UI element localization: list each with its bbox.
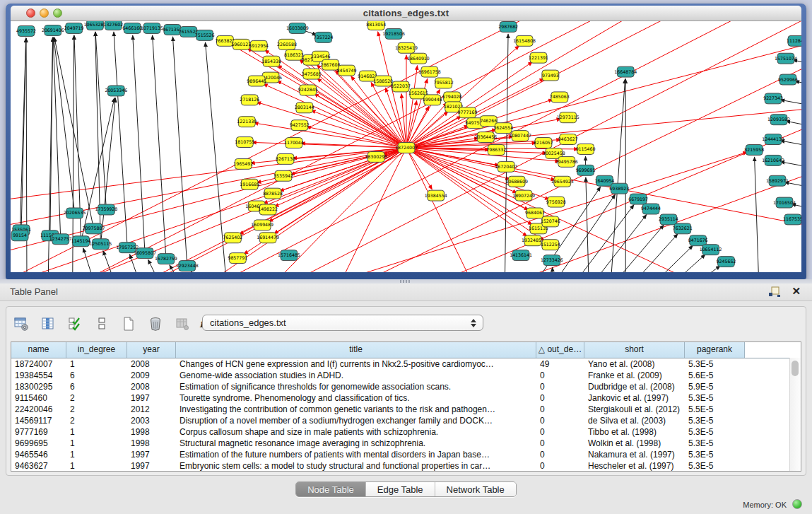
table-cell[interactable]: 1997 <box>127 392 176 404</box>
network-node[interactable]: 9242845 <box>298 85 318 95</box>
table-cell[interactable]: 9463627 <box>11 460 66 472</box>
network-node[interactable]: 1916685 <box>240 179 259 189</box>
network-node[interactable]: 12342757 <box>49 234 72 245</box>
network-node[interactable]: 9699695 <box>576 165 596 175</box>
network-node[interactable]: 3535942 <box>273 170 293 181</box>
network-edge[interactable] <box>53 37 61 239</box>
network-node[interactable]: 12093582 <box>767 115 790 125</box>
table-cell[interactable]: 5.3E-5 <box>685 449 745 460</box>
network-node[interactable]: 16914479 <box>257 233 279 243</box>
network-node[interactable]: 10719135 <box>141 23 163 33</box>
delete-column-button[interactable] <box>146 315 165 333</box>
network-node[interactable]: 17016504 <box>773 197 796 208</box>
network-node[interactable]: 1145194 <box>71 236 91 247</box>
network-node[interactable]: 8186323 <box>284 49 304 60</box>
column-header-title[interactable]: title <box>176 342 536 358</box>
network-node[interactable]: 6679197 <box>628 194 648 204</box>
network-node[interactable]: 18640910 <box>407 53 430 64</box>
table-cell[interactable]: 9465546 <box>11 449 66 460</box>
network-node[interactable]: 973493 <box>542 70 559 81</box>
table-cell[interactable]: 9115460 <box>11 392 66 404</box>
table-cell[interactable]: Dudbridge et al. (2008) <box>584 381 685 392</box>
network-edge[interactable] <box>95 32 106 210</box>
table-cell[interactable]: Structural magnetic resonance image aver… <box>176 438 536 449</box>
network-node[interactable]: 9427552 <box>290 120 310 131</box>
network-node[interactable]: 7515526 <box>195 30 215 40</box>
table-cell[interactable]: Investigating the contribution of common… <box>176 404 536 415</box>
network-node[interactable]: 16154808 <box>513 35 536 46</box>
network-node[interactable]: 20364456 <box>474 132 497 143</box>
network-node[interactable]: 6938923 <box>609 183 629 194</box>
table-cell[interactable]: 5.9E-5 <box>685 381 745 392</box>
table-cell[interactable]: 5.3E-5 <box>685 392 745 404</box>
column-header-year[interactable]: year <box>127 342 176 358</box>
table-row[interactable]: 977716911998Corpus callosum shape and si… <box>11 426 801 438</box>
network-node[interactable]: 99154 <box>11 230 28 241</box>
table-row[interactable]: 946554611997Estimation of the future num… <box>11 449 801 460</box>
network-node[interactable]: 8813054 <box>366 21 386 30</box>
network-node[interactable]: 8216057 <box>534 138 553 148</box>
table-row[interactable]: 1872400712008Changes of HCN gene express… <box>11 358 801 370</box>
table-cell[interactable]: 5.3E-5 <box>685 415 745 426</box>
network-edge[interactable] <box>133 35 145 253</box>
network-node[interactable]: 15716485 <box>278 250 300 261</box>
import-table-button[interactable] <box>173 315 192 333</box>
tab-network-table[interactable]: Network Table <box>435 482 516 496</box>
network-node[interactable]: 1112845 <box>787 35 801 46</box>
table-cell[interactable]: 22420046 <box>11 404 66 415</box>
table-cell[interactable]: Genome-wide association studies in ADHD. <box>176 370 536 381</box>
table-cell[interactable]: 0 <box>536 449 584 460</box>
table-cell[interactable]: 1 <box>66 438 127 449</box>
table-cell[interactable]: 5.3E-5 <box>685 438 745 449</box>
network-node[interactable]: 2987682 <box>498 21 518 32</box>
table-cell[interactable]: 5.3E-5 <box>685 358 745 370</box>
network-edge[interactable] <box>153 35 166 259</box>
table-cell[interactable]: Disruption of a novel member of a sodium… <box>176 415 536 426</box>
network-edge[interactable] <box>645 245 693 272</box>
network-edge[interactable] <box>780 162 801 173</box>
table-cell[interactable]: 5.3E-5 <box>685 460 745 472</box>
create-column-button[interactable] <box>119 315 138 333</box>
network-node[interactable]: 1498222 <box>258 204 278 215</box>
column-header-name[interactable]: name <box>11 342 66 358</box>
table-cell[interactable]: 2 <box>66 415 127 426</box>
network-node[interactable]: 1327602 <box>103 21 123 30</box>
network-node[interactable]: 8215958 <box>744 145 764 156</box>
table-vertical-scrollbar[interactable] <box>789 358 801 471</box>
table-cell[interactable]: 6 <box>66 370 127 381</box>
network-edge[interactable] <box>610 79 625 272</box>
table-select-combobox[interactable]: citations_edges.txt <box>202 315 483 331</box>
network-node[interactable]: 1221391 <box>529 52 548 63</box>
network-node[interactable]: 1167535 <box>783 214 801 225</box>
network-node[interactable]: 18325419 <box>395 42 418 53</box>
table-cell[interactable]: 0 <box>536 381 584 392</box>
network-node[interactable]: 16782759 <box>155 254 177 264</box>
network-edge[interactable] <box>192 271 206 272</box>
network-node[interactable]: 16033809 <box>286 23 309 33</box>
network-node[interactable]: 12505115 <box>90 239 112 250</box>
table-cell[interactable]: 1 <box>66 449 127 460</box>
network-node[interactable]: 19384554 <box>425 190 447 201</box>
network-node[interactable]: 9684067 <box>525 208 545 218</box>
network-edge[interactable] <box>505 34 508 272</box>
table-row[interactable]: 911546021997Tourette syndrome. Phenomeno… <box>11 392 801 404</box>
select-all-button[interactable] <box>66 315 84 333</box>
network-node[interactable]: 16720407 <box>495 161 517 172</box>
network-node[interactable]: 10654112 <box>700 245 722 255</box>
table-cell[interactable]: 9777169 <box>11 426 66 438</box>
table-cell[interactable]: 49 <box>536 358 584 370</box>
table-cell[interactable]: 9699695 <box>11 438 66 449</box>
table-cell[interactable]: Estimation of the future numbers of pati… <box>176 449 536 460</box>
network-node[interactable]: 2803144 <box>295 103 314 113</box>
table-cell[interactable]: Tibbo et al. (1998) <box>584 426 685 438</box>
table-cell[interactable]: 2008 <box>127 381 176 392</box>
table-cell[interactable]: 5.5E-5 <box>685 404 745 415</box>
table-row[interactable]: 2242004622012Investigating the contribut… <box>11 404 801 415</box>
table-cell[interactable]: Wolkin et al. (1998) <box>584 438 685 449</box>
network-node[interactable]: 9857791 <box>228 253 247 264</box>
network-node[interactable]: 7632621 <box>673 223 693 234</box>
network-node[interactable]: 19218506 <box>382 28 405 39</box>
scrollbar-thumb[interactable] <box>792 361 799 376</box>
network-node[interactable]: 9777169 <box>458 107 478 118</box>
network-node[interactable]: 6466160 <box>122 23 142 33</box>
